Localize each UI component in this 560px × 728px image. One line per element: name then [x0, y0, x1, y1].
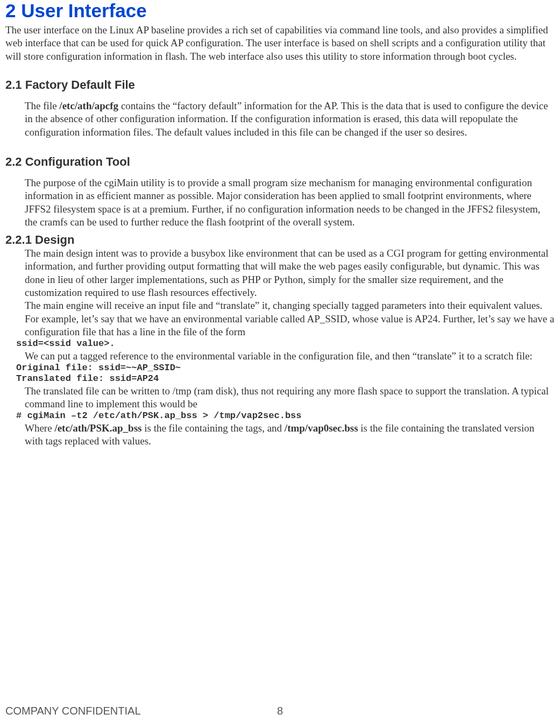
design-paragraph-5: Where /etc/ath/PSK.ap_bss is the file co… — [25, 422, 555, 448]
text: The file — [25, 100, 59, 111]
file-path: /tmp/vap0sec.bss — [285, 422, 358, 434]
code-block-2: Original file: ssid=~~AP_SSID~ Translate… — [16, 363, 557, 385]
footer-page-number: 8 — [0, 705, 560, 717]
design-paragraph-2: The main engine will receive an input fi… — [25, 299, 555, 338]
file-path: /etc/ath/PSK.ap_bss — [54, 422, 141, 434]
design-paragraph-1: The main design intent was to provide a … — [25, 247, 555, 299]
intro-paragraph: The user interface on the Linux AP basel… — [5, 24, 557, 63]
design-paragraph-3: We can put a tagged reference to the env… — [25, 350, 555, 363]
section-2-2-heading: 2.2 Configuration Tool — [5, 155, 557, 169]
section-2-2-1-heading: 2.2.1 Design — [5, 233, 557, 247]
section-2-1-paragraph: The file /etc/ath/apcfg contains the “fa… — [25, 100, 555, 139]
page-title: 2 User Interface — [5, 0, 557, 22]
file-path: /etc/ath/apcfg — [59, 100, 118, 111]
code-block-1: ssid=<ssid value>. — [16, 338, 557, 349]
section-2-1-heading: 2.1 Factory Default File — [5, 78, 557, 92]
section-2-2-intro: The purpose of the cgiMain utility is to… — [25, 176, 555, 229]
text: Where — [25, 422, 54, 434]
design-paragraph-4: The translated file can be written to /t… — [25, 385, 555, 411]
code-block-3: # cgiMain –t2 /etc/ath/PSK.ap_bss > /tmp… — [16, 411, 557, 421]
text: is the file containing the tags, and — [141, 422, 284, 434]
